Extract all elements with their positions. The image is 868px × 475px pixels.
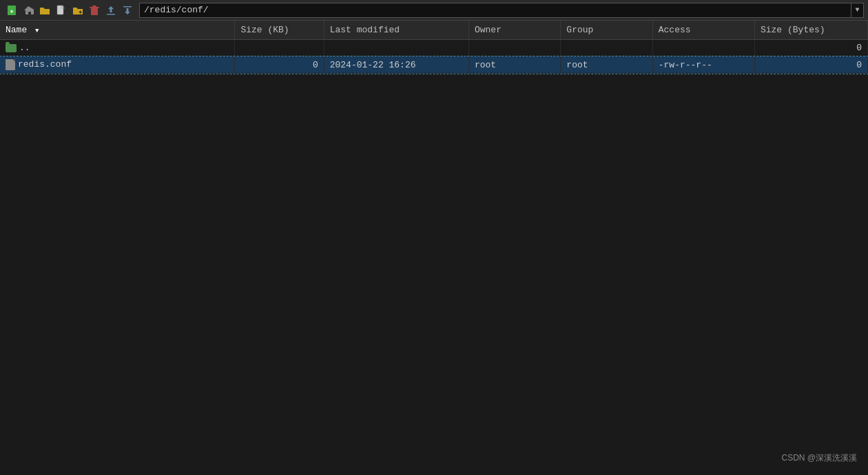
cell-size-kb xyxy=(235,40,324,56)
file-name: .. xyxy=(19,43,30,53)
col-header-last-modified[interactable]: Last modified xyxy=(324,21,468,40)
folder-up-icon xyxy=(6,44,17,52)
address-bar[interactable] xyxy=(139,3,851,18)
svg-rect-8 xyxy=(123,6,132,8)
upload-btn[interactable] xyxy=(103,3,118,18)
col-header-access[interactable]: Access xyxy=(652,21,754,40)
cell-name: redis.conf xyxy=(0,56,235,74)
cell-owner: root xyxy=(468,56,560,74)
cell-size-bytes: 0 xyxy=(754,56,867,74)
bookmark-add-btn[interactable]: ★ xyxy=(4,3,19,18)
col-header-size-bytes[interactable]: Size (Bytes) xyxy=(754,21,867,40)
new-folder-btn[interactable]: + xyxy=(70,3,85,18)
cell-last-modified: 2024-01-22 16:26 xyxy=(324,56,468,74)
home-btn[interactable] xyxy=(21,3,36,18)
svg-text:★: ★ xyxy=(10,8,14,15)
cell-group xyxy=(561,40,652,56)
file-name: redis.conf xyxy=(18,59,72,70)
delete-btn[interactable] xyxy=(87,3,102,18)
svg-rect-6 xyxy=(92,6,96,7)
cell-size-bytes: 0 xyxy=(754,40,867,56)
download-btn[interactable] xyxy=(120,3,135,18)
table-header-row: Name ▼ Size (KB) Last modified Owner Gro… xyxy=(0,21,868,40)
svg-rect-5 xyxy=(90,7,99,8)
col-header-group[interactable]: Group xyxy=(561,21,652,40)
file-icon xyxy=(6,59,15,70)
cell-owner xyxy=(468,40,560,56)
svg-rect-7 xyxy=(107,14,115,15)
table-row[interactable]: redis.conf02024-01-22 16:26rootroot-rw-r… xyxy=(0,56,868,74)
folder-open-btn[interactable] xyxy=(37,3,52,18)
col-header-name[interactable]: Name ▼ xyxy=(0,21,235,40)
cell-name: .. xyxy=(0,40,235,56)
svg-rect-4 xyxy=(91,8,98,15)
table-row[interactable]: ..0 xyxy=(0,40,868,56)
col-header-owner[interactable]: Owner xyxy=(468,21,560,40)
cell-group: root xyxy=(561,56,652,74)
cell-access: -rw-r--r-- xyxy=(652,56,754,74)
col-header-size-kb[interactable]: Size (KB) xyxy=(235,21,324,40)
svg-rect-2 xyxy=(57,6,63,14)
toolbar: ★ + xyxy=(0,0,868,21)
new-file-btn[interactable] xyxy=(54,3,69,18)
watermark: CSDN @深溪洗溪溪 xyxy=(781,452,857,464)
cell-access xyxy=(652,40,754,56)
cell-last-modified xyxy=(324,40,468,56)
cell-size-kb: 0 xyxy=(235,56,324,74)
svg-text:+: + xyxy=(79,10,82,16)
address-bar-dropdown-btn[interactable]: ▼ xyxy=(851,3,864,18)
main-content: Name ▼ Size (KB) Last modified Owner Gro… xyxy=(0,21,868,475)
sort-arrow-icon: ▼ xyxy=(35,28,39,34)
